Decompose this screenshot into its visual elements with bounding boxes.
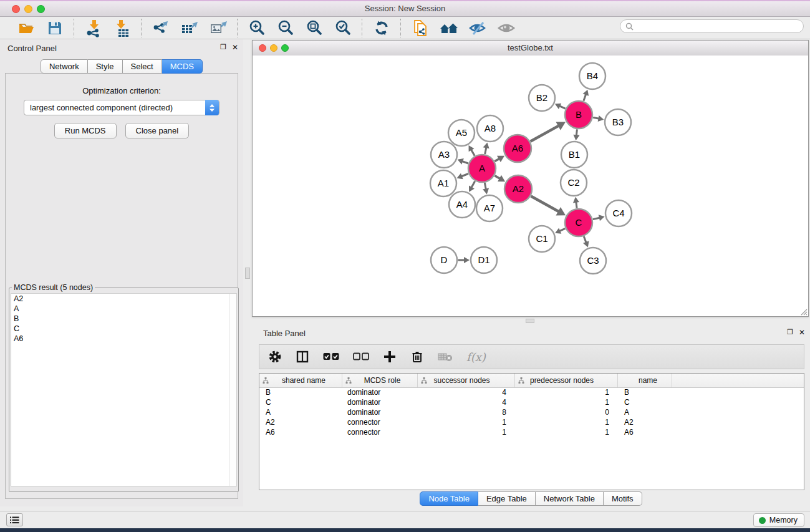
refresh-icon[interactable]	[372, 18, 392, 38]
graph-edge-B-B1[interactable]	[576, 129, 577, 135]
tab-edge-table[interactable]: Edge Table	[478, 491, 536, 506]
add-column-icon[interactable]	[383, 349, 397, 364]
tab-select[interactable]: Select	[123, 59, 162, 74]
table-cell[interactable]: 8	[418, 408, 515, 418]
close-panel-icon[interactable]: ✕	[232, 43, 238, 52]
zoom-out-icon[interactable]	[276, 18, 296, 38]
table-cell[interactable]: 4	[418, 398, 515, 408]
zoom-fit-icon[interactable]	[304, 18, 324, 38]
mcds-result-list[interactable]: A2ABCA6	[11, 293, 237, 486]
graph-edge-A-A4[interactable]	[471, 181, 475, 188]
table-row[interactable]: Adominator80A	[259, 408, 804, 418]
graph-edge-B-B4[interactable]	[584, 94, 586, 101]
graph-edge-A-A5[interactable]	[471, 149, 475, 155]
table-cell[interactable]: 1	[418, 428, 515, 438]
mcds-result-item[interactable]: B	[11, 314, 236, 324]
graph-edge-A-A2[interactable]	[494, 176, 500, 179]
tab-mcds[interactable]: MCDS	[162, 59, 203, 74]
import-network-icon[interactable]	[84, 18, 104, 38]
tab-style[interactable]: Style	[88, 59, 123, 74]
network-window-titlebar[interactable]: testGlobe.txt	[253, 41, 808, 56]
graph-edge-A-A1[interactable]	[461, 173, 468, 177]
table-cell[interactable]: 1	[515, 388, 618, 398]
task-history-button[interactable]	[6, 513, 23, 526]
run-mcds-button[interactable]: Run MCDS	[54, 123, 117, 138]
table-row[interactable]: A6connector11A6	[259, 428, 804, 438]
float-panel-icon[interactable]: ❐	[220, 43, 226, 52]
table-cell[interactable]: A6	[259, 428, 342, 438]
graph-edge-A2-C[interactable]	[531, 196, 559, 211]
table-cell[interactable]: 1	[418, 418, 515, 428]
optimization-criterion-select[interactable]: largest connected component (directed)	[24, 100, 219, 115]
show-column-icon[interactable]	[296, 349, 309, 364]
column-header-shared-name[interactable]: shared name	[259, 374, 342, 387]
mcds-list-scrollbar[interactable]	[229, 294, 236, 486]
tab-network[interactable]: Network	[41, 59, 88, 74]
table-cell[interactable]: A6	[618, 428, 672, 438]
table-cell[interactable]: 0	[515, 408, 618, 418]
tab-node-table[interactable]: Node Table	[420, 491, 478, 506]
column-header-predecessor-nodes[interactable]: predecessor nodes	[515, 374, 618, 387]
delete-table-icon[interactable]	[438, 349, 453, 364]
table-cell[interactable]: A	[618, 408, 672, 418]
search-input[interactable]	[637, 21, 803, 31]
table-row[interactable]: Bdominator41B	[259, 388, 804, 398]
table-cell[interactable]: dominator	[342, 398, 418, 408]
import-table-icon[interactable]	[112, 18, 132, 38]
show-all-eye-icon[interactable]	[496, 18, 516, 38]
graph-edge-C-C2[interactable]	[576, 201, 577, 208]
open-session-icon[interactable]	[16, 18, 36, 38]
table-cell[interactable]: 1	[515, 428, 618, 438]
close-panel-button[interactable]: Close panel	[125, 123, 190, 138]
memory-button[interactable]: Memory	[753, 513, 804, 527]
table-cell[interactable]: C	[618, 398, 672, 408]
table-float-panel-icon[interactable]: ❐	[787, 328, 793, 337]
table-row[interactable]: Cdominator41C	[259, 398, 804, 408]
table-cell[interactable]: 1	[515, 418, 618, 428]
table-cell[interactable]: C	[259, 398, 342, 408]
tab-motifs[interactable]: Motifs	[604, 491, 642, 506]
search-box[interactable]	[620, 19, 804, 33]
mcds-result-item[interactable]: A6	[11, 334, 236, 344]
table-cell[interactable]: 4	[418, 388, 515, 398]
network-canvas[interactable]: A5A8A3A1A4A7AA6A2BB2B4B3B1C2CC4C1C3DD1	[253, 56, 808, 316]
table-cell[interactable]: connector	[342, 428, 418, 438]
settings-gear-icon[interactable]	[268, 349, 282, 364]
panel-divider-grip[interactable]	[245, 268, 250, 279]
zoom-selected-icon[interactable]	[333, 18, 353, 38]
export-image-icon[interactable]	[208, 18, 228, 38]
export-network-icon[interactable]	[151, 18, 171, 38]
export-table-icon[interactable]	[180, 18, 200, 38]
graph-edge-C-C1[interactable]	[559, 228, 566, 231]
graph-edge-A-A8[interactable]	[485, 147, 486, 154]
duplicate-network-icon[interactable]	[410, 18, 430, 38]
delete-column-icon[interactable]	[410, 349, 424, 364]
deselect-all-checkboxes-icon[interactable]	[353, 349, 369, 364]
column-header-successor-nodes[interactable]: successor nodes	[418, 374, 515, 387]
column-header-name[interactable]: name	[618, 374, 672, 387]
mcds-result-item[interactable]: A2	[11, 294, 236, 304]
table-cell[interactable]: A2	[259, 418, 342, 428]
graph-edge-C-C3[interactable]	[584, 236, 586, 243]
tab-network-table[interactable]: Network Table	[536, 491, 604, 506]
graph-edge-B-B2[interactable]	[559, 106, 566, 109]
mcds-result-item[interactable]: A	[11, 304, 236, 314]
table-cell[interactable]: A2	[618, 418, 672, 428]
table-row[interactable]: A2connector11A2	[259, 418, 804, 428]
table-cell[interactable]: dominator	[342, 408, 418, 418]
table-cell[interactable]: 1	[515, 398, 618, 408]
function-builder-icon[interactable]: f(x)	[466, 351, 486, 364]
table-cell[interactable]: A	[259, 408, 342, 418]
table-cell[interactable]: connector	[342, 418, 418, 428]
horizontal-divider-grip[interactable]	[526, 319, 534, 323]
table-cell[interactable]: B	[618, 388, 672, 398]
graph-edge-A-A7[interactable]	[485, 183, 486, 190]
zoom-in-icon[interactable]	[247, 18, 267, 38]
graph-edge-C-C4[interactable]	[593, 218, 600, 220]
mcds-result-item[interactable]: C	[11, 324, 236, 334]
column-header-mcds-role[interactable]: MCDS role	[342, 374, 418, 387]
table-cell[interactable]: B	[259, 388, 342, 398]
hide-selected-eye-icon[interactable]	[468, 18, 488, 38]
graph-edge-A-A3[interactable]	[462, 161, 468, 163]
save-session-icon[interactable]	[45, 18, 65, 38]
